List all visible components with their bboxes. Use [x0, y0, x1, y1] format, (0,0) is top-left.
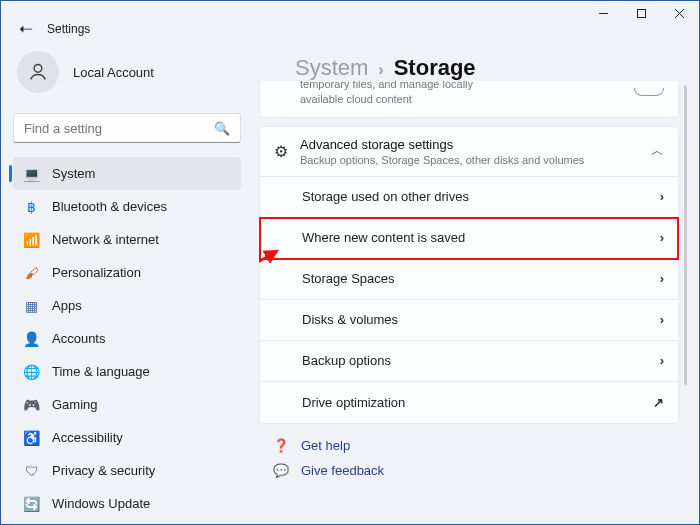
search-icon: 🔍 [214, 121, 230, 136]
shield-icon: 🛡 [23, 462, 40, 479]
chevron-right-icon: › [660, 271, 664, 286]
give-feedback-link[interactable]: 💬 Give feedback [273, 463, 679, 478]
gamepad-icon: 🎮 [23, 396, 40, 413]
wifi-icon: 📶 [23, 231, 40, 248]
nav-privacy[interactable]: 🛡 Privacy & security [13, 454, 241, 487]
back-icon[interactable]: 🠐 [19, 21, 33, 37]
main-pane: System › Storage ⚙ temporary files, and … [259, 33, 689, 520]
account-name: Local Account [73, 65, 154, 80]
chevron-right-icon: › [660, 312, 664, 327]
chevron-right-icon: › [660, 189, 664, 204]
account-block[interactable]: Local Account [13, 33, 241, 107]
settings-window: 🠐 Settings Local Account 🔍 💻 System [0, 0, 700, 525]
svg-point-4 [34, 64, 42, 72]
help-links: ❓ Get help 💬 Give feedback [259, 424, 679, 478]
get-help-link[interactable]: ❓ Get help [273, 438, 679, 453]
chevron-right-icon: › [660, 353, 664, 368]
storage-sense-row-partial[interactable]: ⚙ temporary files, and manage locally av… [259, 81, 679, 118]
advanced-storage-expander: ⚙ Advanced storage settings Backup optio… [259, 126, 679, 424]
open-link-icon: ↗ [653, 395, 664, 410]
avatar-icon [17, 51, 59, 93]
chevron-right-icon: › [378, 61, 383, 79]
row-storage-other-drives[interactable]: Storage used on other drives › [260, 177, 678, 218]
nav-bluetooth[interactable]: ฿ Bluetooth & devices [13, 190, 241, 223]
help-icon: ❓ [273, 438, 289, 453]
update-icon: 🔄 [23, 495, 40, 512]
maximize-button[interactable] [625, 1, 657, 25]
search-field[interactable] [24, 121, 214, 136]
person-icon: 👤 [23, 330, 40, 347]
advanced-storage-header[interactable]: ⚙ Advanced storage settings Backup optio… [260, 127, 678, 176]
gear-icon: ⚙ [274, 142, 288, 161]
breadcrumb-parent[interactable]: System [295, 55, 368, 81]
nav-gaming[interactable]: 🎮 Gaming [13, 388, 241, 421]
row-backup-options[interactable]: Backup options › [260, 341, 678, 382]
nav-list: 💻 System ฿ Bluetooth & devices 📶 Network… [13, 157, 241, 520]
scrollbar[interactable] [684, 85, 687, 385]
close-button[interactable] [663, 1, 695, 25]
row-where-new-content[interactable]: Where new content is saved › [260, 218, 678, 259]
nav-accessibility[interactable]: ♿ Accessibility [13, 421, 241, 454]
chevron-up-icon: ︿ [651, 142, 664, 160]
nav-time[interactable]: 🌐 Time & language [13, 355, 241, 388]
titlebar [1, 1, 699, 25]
sidebar: Local Account 🔍 💻 System ฿ Bluetooth & d… [13, 33, 241, 520]
header-back: 🠐 Settings [19, 21, 90, 37]
app-title: Settings [47, 22, 90, 36]
toggle-partial-icon[interactable] [634, 88, 664, 96]
row-disks-volumes[interactable]: Disks & volumes › [260, 300, 678, 341]
system-icon: 💻 [23, 165, 40, 182]
row-storage-spaces[interactable]: Storage Spaces › [260, 259, 678, 300]
nav-update[interactable]: 🔄 Windows Update [13, 487, 241, 520]
nav-network[interactable]: 📶 Network & internet [13, 223, 241, 256]
chevron-right-icon: › [660, 230, 664, 245]
nav-personalization[interactable]: 🖌 Personalization [13, 256, 241, 289]
breadcrumb-current: Storage [394, 55, 476, 81]
nav-accounts[interactable]: 👤 Accounts [13, 322, 241, 355]
feedback-icon: 💬 [273, 463, 289, 478]
search-input[interactable]: 🔍 [13, 113, 241, 143]
bluetooth-icon: ฿ [23, 198, 40, 215]
nav-system[interactable]: 💻 System [13, 157, 241, 190]
brush-icon: 🖌 [23, 264, 40, 281]
globe-icon: 🌐 [23, 363, 40, 380]
minimize-button[interactable] [587, 1, 619, 25]
breadcrumb: System › Storage [259, 33, 689, 81]
accessibility-icon: ♿ [23, 429, 40, 446]
svg-rect-1 [637, 9, 645, 17]
apps-icon: ▦ [23, 297, 40, 314]
nav-apps[interactable]: ▦ Apps [13, 289, 241, 322]
row-drive-optimization[interactable]: Drive optimization ↗ [260, 382, 678, 423]
